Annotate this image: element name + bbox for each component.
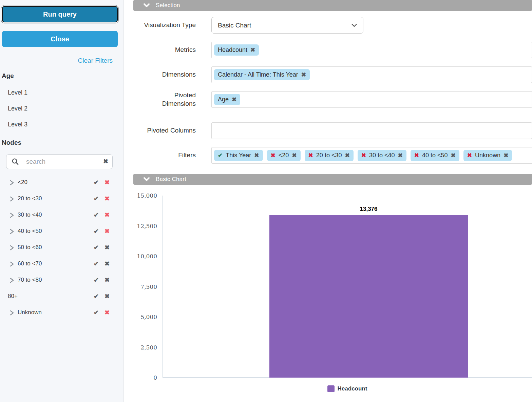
node-label: 70 to <80: [18, 277, 42, 283]
include-check-icon[interactable]: ✔: [94, 293, 99, 300]
remove-filter-icon[interactable]: ✖: [398, 152, 403, 159]
remove-chip-icon[interactable]: ✖: [250, 46, 255, 54]
remove-chip-icon[interactable]: ✖: [301, 71, 306, 78]
exclude-x-icon[interactable]: ✖: [104, 293, 110, 300]
include-check-icon[interactable]: ✔: [94, 195, 99, 202]
expand-chevron-icon[interactable]: [10, 310, 14, 316]
y-axis-tick-label: 15,000: [124, 192, 157, 199]
y-axis-tick-label: 2,500: [124, 344, 157, 351]
filter-chip: ✖<20✖: [267, 150, 301, 161]
exclude-x-icon[interactable]: ✖: [104, 195, 110, 202]
node-label: <20: [18, 179, 27, 186]
include-check-icon[interactable]: ✔: [94, 276, 99, 284]
expand-chevron-icon[interactable]: [10, 278, 14, 283]
dimensions-field[interactable]: Calendar - All Time: This Year✖: [211, 66, 532, 83]
main-panel: Selection Visualization Type Basic Chart…: [124, 0, 532, 402]
pivoted-dimensions-label: Pivoted Dimensions: [124, 91, 196, 108]
include-check-icon[interactable]: ✔: [94, 211, 99, 219]
chip-label: Calendar - All Time: This Year: [218, 71, 298, 78]
node-row: <20✔✖: [0, 175, 123, 191]
remove-filter-icon[interactable]: ✖: [504, 152, 508, 159]
exclude-x-icon[interactable]: ✖: [104, 309, 110, 316]
expand-chevron-icon[interactable]: [10, 196, 14, 202]
expand-chevron-icon[interactable]: [10, 180, 14, 185]
y-axis-tick-label: 12,500: [124, 223, 157, 229]
level-1-item[interactable]: Level 1: [8, 89, 27, 96]
node-row: 30 to <40✔✖: [0, 207, 123, 224]
level-2-item[interactable]: Level 2: [8, 105, 27, 112]
node-label: 60 to <70: [18, 260, 42, 267]
y-axis-line: [163, 196, 163, 378]
selection-panel-header[interactable]: Selection: [133, 0, 532, 11]
y-axis-tick-label: 10,000: [124, 253, 157, 260]
filters-label: Filters: [124, 147, 196, 164]
legend-swatch: [327, 385, 335, 392]
node-label: 40 to <50: [18, 228, 42, 235]
search-icon: [12, 158, 19, 165]
filter-chip: ✖30 to <40✖: [358, 150, 406, 161]
node-row: 40 to <50✔✖: [0, 224, 123, 240]
filter-sidebar: Run query Close Clear Filters Age Level …: [0, 0, 124, 402]
pivoted-columns-label: Pivoted Columns: [124, 122, 196, 139]
selection-panel-title: Selection: [156, 2, 180, 9]
include-check-icon[interactable]: ✔: [94, 179, 99, 186]
y-axis-tick-label: 0: [124, 374, 157, 381]
bar-headcount[interactable]: [269, 215, 468, 378]
pivoted-columns-field[interactable]: [211, 122, 532, 139]
filter-exclude-icon[interactable]: ✖: [414, 152, 419, 159]
metrics-field[interactable]: Headcount✖: [211, 42, 532, 58]
remove-chip-icon[interactable]: ✖: [232, 96, 236, 103]
visualization-type-label: Visualization Type: [124, 17, 196, 34]
exclude-x-icon[interactable]: ✖: [104, 260, 110, 267]
chip: Age✖: [214, 94, 240, 105]
clear-filters-link[interactable]: Clear Filters: [78, 57, 113, 64]
filters-field[interactable]: ✔This Year✖✖<20✖✖20 to <30✖✖30 to <40✖✖4…: [211, 147, 532, 164]
exclude-x-icon[interactable]: ✖: [104, 244, 110, 251]
visualization-type-select[interactable]: Basic Chart: [211, 17, 363, 34]
filter-exclude-icon[interactable]: ✖: [308, 152, 313, 159]
metrics-label: Metrics: [124, 42, 196, 58]
pivoted-dimensions-field[interactable]: Age✖: [211, 91, 532, 108]
include-check-icon[interactable]: ✔: [94, 227, 99, 235]
dimensions-label: Dimensions: [124, 66, 196, 83]
remove-filter-icon[interactable]: ✖: [254, 152, 259, 159]
filter-exclude-icon[interactable]: ✖: [467, 152, 472, 159]
expand-chevron-icon[interactable]: [10, 229, 14, 234]
remove-filter-icon[interactable]: ✖: [345, 152, 349, 159]
remove-filter-icon[interactable]: ✖: [451, 152, 456, 159]
expand-chevron-icon[interactable]: [10, 261, 14, 267]
node-search-input[interactable]: [26, 155, 97, 169]
remove-filter-icon[interactable]: ✖: [292, 152, 297, 159]
filter-exclude-icon[interactable]: ✖: [271, 152, 276, 159]
node-label: 80+: [8, 293, 18, 300]
filter-exclude-icon[interactable]: ✖: [361, 152, 366, 159]
clear-search-icon[interactable]: ✖: [103, 158, 108, 165]
chip-label: Headcount: [218, 46, 247, 54]
exclude-x-icon[interactable]: ✖: [104, 179, 110, 186]
filter-include-icon[interactable]: ✔: [218, 152, 223, 159]
node-row: 70 to <80✔✖: [0, 273, 123, 289]
legend-item-headcount[interactable]: Headcount: [163, 385, 532, 392]
include-check-icon[interactable]: ✔: [94, 260, 99, 267]
exclude-x-icon[interactable]: ✖: [104, 276, 110, 284]
bar-data-label: 13,376: [269, 206, 468, 213]
node-label: 50 to <60: [18, 244, 42, 251]
y-axis-tick-label: 7,500: [124, 283, 157, 290]
include-check-icon[interactable]: ✔: [94, 309, 99, 316]
basic-chart-panel-header[interactable]: Basic Chart: [133, 174, 532, 185]
exclude-x-icon[interactable]: ✖: [104, 227, 110, 235]
level-3-item[interactable]: Level 3: [8, 121, 27, 128]
include-check-icon[interactable]: ✔: [94, 244, 99, 251]
exclude-x-icon[interactable]: ✖: [104, 211, 110, 219]
collapse-chevron-icon: [144, 3, 150, 7]
basic-chart-panel-title: Basic Chart: [156, 176, 186, 183]
close-button[interactable]: Close: [2, 31, 118, 47]
node-label: Unknown: [18, 309, 42, 316]
chip: Headcount✖: [214, 44, 259, 56]
run-query-button[interactable]: Run query: [2, 6, 118, 22]
node-search-box: ✖: [6, 154, 113, 169]
chevron-down-icon: [352, 24, 357, 27]
chip: Calendar - All Time: This Year✖: [214, 69, 310, 80]
expand-chevron-icon[interactable]: [10, 245, 14, 250]
expand-chevron-icon[interactable]: [10, 213, 14, 218]
